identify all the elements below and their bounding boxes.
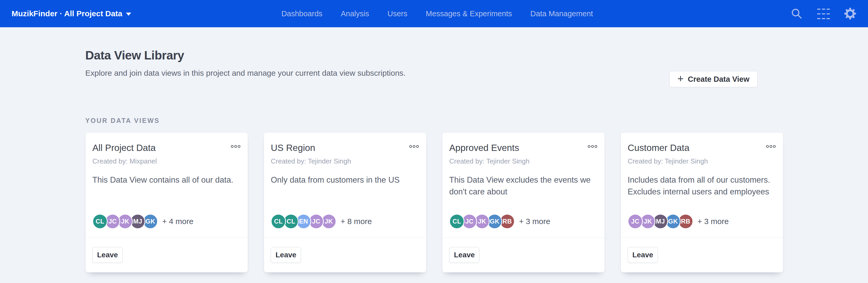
card-description: This Data View contains all of our data. (92, 174, 241, 186)
card-body: All Project Data Created by: Mixpanel Th… (86, 133, 248, 238)
data-view-card-list: All Project Data Created by: Mixpanel Th… (85, 132, 783, 273)
more-members-label[interactable]: + 3 more (519, 217, 550, 226)
section-label-your-data-views: YOUR DATA VIEWS (85, 117, 783, 125)
apps-grid-icon[interactable] (817, 7, 830, 20)
card-menu-icon[interactable] (409, 143, 419, 150)
card-description: Includes data from all of our customers.… (628, 174, 776, 198)
card-footer: Leave (264, 238, 426, 272)
card-menu-icon[interactable] (587, 143, 598, 150)
card-created-by: Created by: Tejinder Singh (271, 157, 419, 165)
member-avatar-row: CL JC JK MJ GK + 4 more (92, 214, 241, 229)
project-switcher[interactable]: MuzikFinder · All Project Data (11, 9, 131, 18)
leave-button[interactable]: Leave (271, 247, 301, 263)
nav-item-data-management[interactable]: Data Management (530, 9, 593, 18)
create-data-view-button[interactable]: + Create Data View (670, 71, 757, 87)
member-avatar-row: JC JK MJ GK RB + 3 more (628, 214, 776, 229)
avatar: CL (271, 214, 286, 229)
nav-item-messages-experiments[interactable]: Messages & Experiments (426, 9, 512, 18)
nav-item-dashboards[interactable]: Dashboards (281, 9, 322, 18)
card-created-by: Created by: Tejinder Singh (628, 157, 776, 165)
card-footer: Leave (621, 238, 783, 272)
more-members-label[interactable]: + 3 more (698, 217, 729, 226)
card-body: Approved Events Created by: Tejinder Sin… (442, 133, 604, 238)
main-content: Data View Library Explore and join data … (0, 27, 868, 273)
card-created-by: Created by: Tejinder Singh (449, 157, 598, 165)
card-title: Customer Data (628, 143, 689, 153)
data-view-card: Customer Data Created by: Tejinder Singh… (621, 132, 783, 273)
nav-links: Dashboards Analysis Users Messages & Exp… (281, 9, 640, 18)
card-body: US Region Created by: Tejinder Singh Onl… (264, 133, 426, 238)
leave-button[interactable]: Leave (449, 247, 479, 263)
card-description: This Data View excludes the events we do… (449, 174, 598, 198)
card-body: Customer Data Created by: Tejinder Singh… (621, 133, 783, 238)
card-title: US Region (271, 143, 315, 153)
member-avatar-row: CL CL EN JC JK + 8 more (271, 214, 419, 229)
page-title: Data View Library (85, 27, 783, 62)
nav-icon-group (790, 7, 857, 20)
data-view-card: All Project Data Created by: Mixpanel Th… (85, 132, 248, 273)
card-created-by: Created by: Mixpanel (92, 157, 241, 165)
search-icon[interactable] (790, 7, 803, 20)
card-description: Only data from customers in the US (271, 174, 419, 186)
card-footer: Leave (86, 238, 248, 272)
avatar: CL (449, 214, 464, 229)
nav-item-analysis[interactable]: Analysis (341, 9, 369, 18)
leave-button[interactable]: Leave (92, 247, 123, 263)
settings-gear-icon[interactable] (844, 7, 857, 20)
create-data-view-label: Create Data View (688, 75, 749, 83)
card-footer: Leave (442, 238, 604, 272)
card-title: Approved Events (449, 143, 519, 153)
leave-button[interactable]: Leave (628, 247, 658, 263)
data-view-card: US Region Created by: Tejinder Singh Onl… (264, 132, 426, 273)
member-avatar-row: CL JC JK GK RB + 3 more (449, 214, 598, 229)
more-members-label[interactable]: + 8 more (341, 217, 372, 226)
avatar: CL (92, 214, 107, 229)
card-menu-icon[interactable] (230, 143, 241, 150)
plus-icon: + (678, 73, 684, 84)
brand-label: MuzikFinder · All Project Data (11, 9, 122, 18)
chevron-down-icon (126, 12, 131, 16)
avatar: JC (628, 214, 643, 229)
card-title: All Project Data (92, 143, 156, 153)
card-menu-icon[interactable] (766, 143, 776, 150)
data-view-card: Approved Events Created by: Tejinder Sin… (442, 132, 605, 273)
more-members-label[interactable]: + 4 more (162, 217, 193, 226)
nav-item-users[interactable]: Users (388, 9, 407, 18)
top-navbar: MuzikFinder · All Project Data Dashboard… (0, 0, 868, 27)
